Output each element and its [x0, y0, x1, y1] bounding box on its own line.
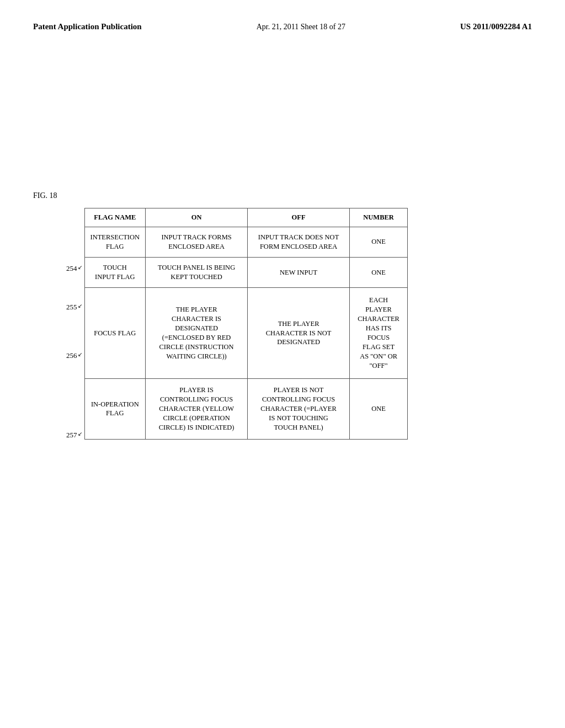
- header-right: US 2011/0092284 A1: [460, 22, 532, 31]
- flag-name-0: INTERSECTION FLAG: [84, 227, 146, 257]
- flag-name-1: TOUCH INPUT FLAG: [84, 257, 146, 287]
- flag-on-0: INPUT TRACK FORMS ENCLOSED AREA: [146, 227, 248, 257]
- row-labels: 254↙ 255↙ 256↙ 257↙: [66, 227, 82, 440]
- table-row: TOUCH INPUT FLAG TOUCH PANEL IS BEING KE…: [84, 257, 408, 287]
- flag-number-0: ONE: [350, 227, 408, 257]
- flag-off-1: NEW INPUT: [248, 257, 350, 287]
- table-row: IN-OPERATION FLAG PLAYER IS CONTROLLING …: [84, 378, 408, 439]
- header-left: Patent Application Publication: [33, 22, 142, 31]
- row-label-254: 254↙: [66, 260, 82, 298]
- flag-number-1: ONE: [350, 257, 408, 287]
- figure-label: FIG. 18: [33, 191, 532, 200]
- flag-off-3: PLAYER IS NOT CONTROLLING FOCUS CHARACTE…: [248, 378, 350, 439]
- page: Patent Application Publication Apr. 21, …: [0, 0, 565, 728]
- col-header-on: ON: [146, 208, 248, 227]
- col-header-flag-name: FLAG NAME: [84, 208, 146, 227]
- table-row: FOCUS FLAG THE PLAYER CHARACTER IS DESIG…: [84, 288, 408, 379]
- flag-on-3: PLAYER IS CONTROLLING FOCUS CHARACTER (Y…: [146, 378, 248, 439]
- table-wrapper: 254↙ 255↙ 256↙ 257↙ FLAG NAME ON OFF: [66, 208, 532, 440]
- col-header-number: NUMBER: [350, 208, 408, 227]
- flag-number-3: ONE: [350, 378, 408, 439]
- header-center: Apr. 21, 2011 Sheet 18 of 27: [257, 23, 345, 31]
- flag-number-2: EACH PLAYER CHARACTER HAS ITS FOCUS FLAG…: [350, 288, 408, 379]
- page-header: Patent Application Publication Apr. 21, …: [33, 22, 532, 37]
- flags-table: FLAG NAME ON OFF NUMBER INTERSECTION FLA…: [84, 208, 408, 440]
- flag-on-1: TOUCH PANEL IS BEING KEPT TOUCHED: [146, 257, 248, 287]
- flag-name-3: IN-OPERATION FLAG: [84, 378, 146, 439]
- flag-on-2: THE PLAYER CHARACTER IS DESIGNATED (=ENC…: [146, 288, 248, 379]
- table-row: INTERSECTION FLAG INPUT TRACK FORMS ENCL…: [84, 227, 408, 257]
- row-label-255: 255↙: [66, 298, 82, 347]
- flag-name-2: FOCUS FLAG: [84, 288, 146, 379]
- col-header-off: OFF: [248, 208, 350, 227]
- row-label-header: [66, 227, 82, 260]
- table-container: 254↙ 255↙ 256↙ 257↙ FLAG NAME ON OFF: [66, 208, 532, 440]
- row-label-257-pre: 257↙: [66, 429, 82, 440]
- row-label-256: 256↙: [66, 347, 82, 429]
- flag-off-0: INPUT TRACK DOES NOT FORM ENCLOSED AREA: [248, 227, 350, 257]
- flag-off-2: THE PLAYER CHARACTER IS NOT DESIGNATED: [248, 288, 350, 379]
- table-header-row: FLAG NAME ON OFF NUMBER: [84, 208, 408, 227]
